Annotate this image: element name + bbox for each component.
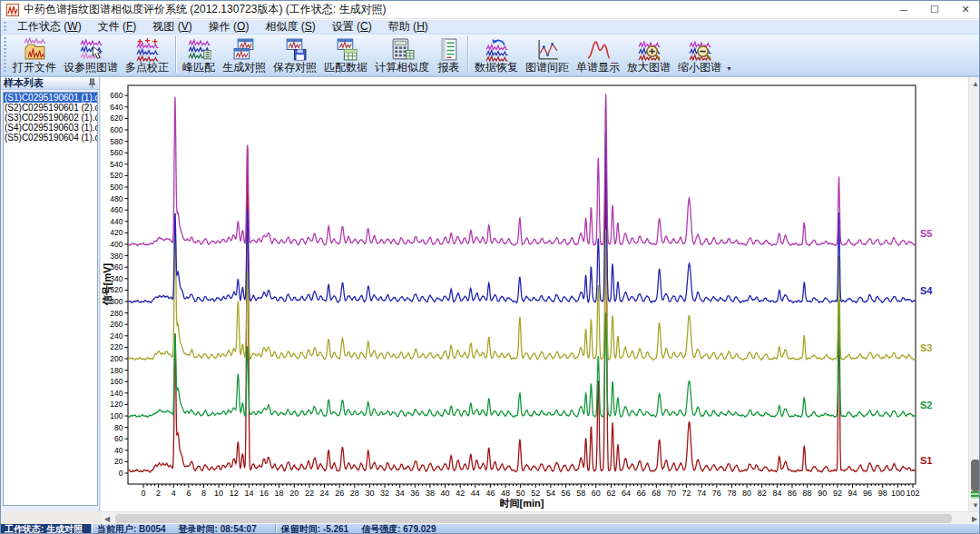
menu-item-settings[interactable]: 设置 (C) bbox=[324, 18, 380, 35]
svg-text:660: 660 bbox=[110, 91, 122, 100]
menu-item-operate[interactable]: 操作 (O) bbox=[201, 18, 258, 35]
svg-text:62: 62 bbox=[606, 489, 615, 498]
data-restore-icon bbox=[485, 37, 509, 62]
svg-text:76: 76 bbox=[712, 489, 721, 498]
main-area: 样本列表 (S1)C0295190601 (1).cdf(S2)C0295190… bbox=[1, 77, 980, 511]
close-button[interactable]: ✕ bbox=[950, 1, 980, 19]
svg-text:96: 96 bbox=[863, 489, 872, 498]
maximize-button[interactable]: ☐ bbox=[919, 1, 950, 19]
statusbar: 工作状态: 生成对照当前用户: B0054登录时间: 08:54:07保留时间:… bbox=[1, 524, 980, 534]
svg-text:94: 94 bbox=[848, 489, 857, 498]
sample-list-item[interactable]: (S3)C0295190602 (1).cdf bbox=[4, 113, 97, 123]
toolbar-button-data-restore[interactable]: 数据恢复 bbox=[471, 35, 522, 74]
svg-text:220: 220 bbox=[110, 342, 122, 351]
status-field: 信号强度: 679.029 bbox=[361, 524, 436, 534]
svg-text:100: 100 bbox=[891, 489, 905, 498]
toolbar-button-spectrum-spacing[interactable]: 图谱间距 bbox=[522, 35, 573, 74]
menubar-grip bbox=[4, 22, 6, 33]
menu-item-work-status[interactable]: 工作状态 (W) bbox=[9, 18, 90, 35]
open-file-icon bbox=[23, 37, 47, 62]
menu-item-file[interactable]: 文件 (F) bbox=[90, 18, 145, 35]
svg-text:102: 102 bbox=[906, 489, 919, 498]
toolbar-button-set-reference[interactable]: 设参照图谱 bbox=[60, 35, 122, 74]
toolbar-button-calc-similarity[interactable]: 计算相似度 bbox=[371, 35, 433, 74]
status-field: 保留时间: -5.261 bbox=[281, 524, 348, 534]
titlebar: 中药色谱指纹图谱相似度评价系统 (2012.130723版本) (工作状态: 生… bbox=[1, 1, 980, 19]
svg-text:66: 66 bbox=[637, 489, 646, 498]
minimize-button[interactable]: ─ bbox=[888, 1, 919, 19]
svg-text:78: 78 bbox=[727, 489, 736, 498]
toolbar-button-report[interactable]: 报表 bbox=[433, 35, 465, 74]
svg-text:18: 18 bbox=[275, 489, 284, 498]
toolbar-button-match-data[interactable]: 匹配数据 bbox=[320, 35, 371, 74]
svg-text:58: 58 bbox=[576, 489, 585, 498]
svg-text:28: 28 bbox=[350, 489, 359, 498]
svg-text:0: 0 bbox=[141, 489, 145, 498]
v-scroll-thumb[interactable] bbox=[971, 460, 980, 491]
svg-text:26: 26 bbox=[335, 489, 344, 498]
svg-text:4: 4 bbox=[172, 489, 176, 498]
svg-text:10: 10 bbox=[214, 489, 223, 498]
scroll-left-icon[interactable]: ◀ bbox=[101, 512, 113, 525]
series-label-S2: S2 bbox=[920, 400, 932, 410]
generate-reference-icon bbox=[232, 37, 257, 62]
toolbar-button-label: 放大图谱 bbox=[627, 62, 671, 74]
sample-list-item[interactable]: (S5)C0295190604 (1).cdf bbox=[4, 133, 97, 143]
scroll-right-icon[interactable]: ▶ bbox=[968, 512, 980, 525]
svg-text:72: 72 bbox=[682, 489, 691, 498]
report-icon bbox=[436, 37, 461, 62]
scroll-down-icon[interactable]: ▼ bbox=[969, 499, 980, 511]
series-label-S4: S4 bbox=[920, 285, 933, 296]
svg-text:640: 640 bbox=[110, 103, 122, 112]
y-axis-label: 信号[mV] bbox=[102, 262, 113, 306]
toolbar-separator bbox=[467, 36, 468, 73]
menu-item-help[interactable]: 帮助 (H) bbox=[380, 18, 436, 35]
toolbar-button-multi-point-calibration[interactable]: 多点校正 bbox=[122, 35, 172, 74]
svg-text:540: 540 bbox=[110, 160, 122, 169]
svg-text:46: 46 bbox=[485, 489, 495, 498]
toolbar-button-zoom-out[interactable]: 缩小图谱 bbox=[674, 35, 725, 74]
toolbar-button-peak-match[interactable]: 峰匹配 bbox=[179, 35, 219, 74]
svg-text:40: 40 bbox=[114, 446, 123, 455]
sample-list-item[interactable]: (S4)C0295190603 (1).cdf bbox=[4, 123, 97, 133]
pin-icon[interactable] bbox=[88, 78, 96, 88]
toolbar-button-open-file[interactable]: 打开文件 bbox=[9, 35, 60, 74]
v-scrollbar[interactable]: ▲ ▼ bbox=[968, 77, 980, 511]
svg-text:80: 80 bbox=[114, 423, 123, 432]
toolbar-overflow-icon[interactable]: ▾ bbox=[725, 36, 733, 73]
svg-text:50: 50 bbox=[516, 489, 525, 498]
toolbar-button-generate-reference[interactable]: 生成对照 bbox=[219, 35, 270, 74]
menu-item-similarity[interactable]: 相似度 (S) bbox=[257, 18, 323, 35]
svg-text:74: 74 bbox=[697, 489, 706, 498]
svg-text:90: 90 bbox=[818, 489, 827, 498]
toolbar-separator bbox=[175, 36, 176, 73]
svg-text:82: 82 bbox=[758, 489, 767, 498]
svg-text:480: 480 bbox=[110, 194, 122, 203]
svg-text:36: 36 bbox=[410, 489, 419, 498]
scroll-up-icon[interactable]: ▲ bbox=[969, 77, 980, 90]
chart-panel: 0246810121416182022242628303234363840424… bbox=[101, 77, 980, 511]
toolbar-button-save-reference[interactable]: 保存对照 bbox=[270, 35, 320, 74]
toolbar: 打开文件设参照图谱多点校正峰匹配生成对照保存对照匹配数据计算相似度报表数据恢复图… bbox=[1, 35, 980, 77]
menu-item-view[interactable]: 视图 (V) bbox=[144, 18, 200, 35]
sample-list-item[interactable]: (S1)C0295190601 (1).cdf bbox=[4, 93, 97, 103]
h-scrollbar[interactable]: ◀ ▶ bbox=[101, 511, 980, 524]
series-label-S1: S1 bbox=[920, 455, 932, 466]
toolbar-button-zoom-in[interactable]: 放大图谱 bbox=[623, 35, 674, 74]
status-field: 当前用户: B0054 bbox=[97, 524, 166, 534]
svg-text:6: 6 bbox=[186, 489, 191, 498]
toolbar-button-single-display[interactable]: 单谱显示 bbox=[573, 35, 623, 74]
svg-text:400: 400 bbox=[110, 240, 122, 249]
svg-text:240: 240 bbox=[110, 331, 122, 341]
svg-text:80: 80 bbox=[742, 489, 751, 498]
sample-list-item[interactable]: (S2)C0295190601 (2).cdf bbox=[4, 103, 97, 113]
h-scroll-thumb[interactable] bbox=[115, 514, 952, 523]
x-axis-label: 时间[min] bbox=[500, 498, 544, 509]
sidebar-title: 样本列表 bbox=[4, 77, 88, 89]
svg-text:54: 54 bbox=[546, 489, 555, 498]
sidebar-header: 样本列表 bbox=[1, 77, 99, 90]
toolbar-button-label: 计算相似度 bbox=[375, 62, 429, 74]
status-segment-0: 工作状态: 生成对照 bbox=[1, 524, 91, 534]
toolbar-button-label: 报表 bbox=[438, 62, 460, 74]
y-axis bbox=[125, 95, 129, 473]
